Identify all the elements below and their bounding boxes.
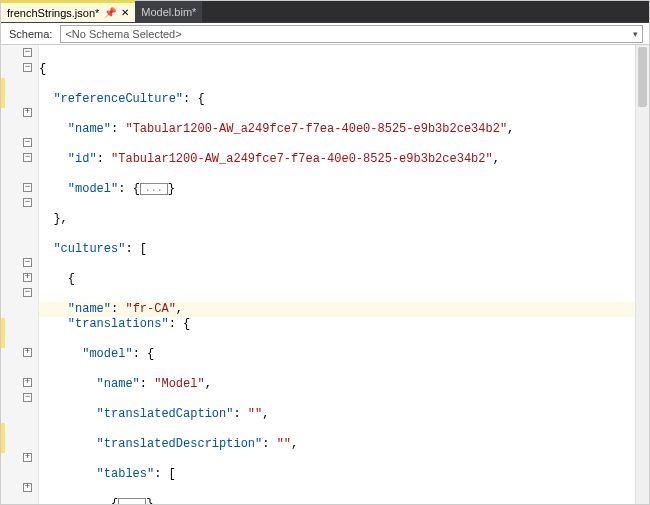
json-key: "model" [68, 182, 118, 196]
code-editor[interactable]: − − + − − − − − + − + + − + + { "referen… [1, 45, 649, 504]
json-key: "translatedCaption" [97, 407, 234, 421]
json-key: "referenceCulture" [53, 92, 183, 106]
fold-toggle[interactable]: − [23, 183, 32, 192]
fold-toggle[interactable]: − [23, 393, 32, 402]
schema-bar: Schema: <No Schema Selected> [1, 23, 649, 45]
json-string: "fr-CA" [125, 302, 175, 316]
change-marker [1, 78, 5, 108]
change-marker [1, 318, 5, 348]
fold-toggle[interactable]: − [23, 63, 32, 72]
json-key: "name" [68, 302, 111, 316]
json-key: "name" [97, 377, 140, 391]
pin-icon[interactable]: 📌 [104, 7, 116, 18]
json-key: "model" [82, 347, 132, 361]
change-marker [1, 423, 5, 453]
fold-toggle[interactable]: − [23, 48, 32, 57]
tab-bar: frenchStrings.json* 📌 ✕ Model.bim* [1, 1, 649, 23]
fold-toggle[interactable]: − [23, 288, 32, 297]
tab-label: Model.bim* [141, 6, 196, 18]
code-content[interactable]: { "referenceCulture": { "name": "Tabular… [39, 45, 649, 504]
fold-toggle[interactable]: + [23, 483, 32, 492]
json-key: "tables" [97, 467, 155, 481]
close-icon[interactable]: ✕ [121, 7, 129, 18]
json-key: "translatedDescription" [97, 437, 263, 451]
fold-toggle[interactable]: − [23, 138, 32, 147]
json-string: "Tabular1200-AW_a249fce7-f7ea-40e0-8525-… [125, 122, 507, 136]
schema-select[interactable]: <No Schema Selected> [60, 25, 643, 43]
fold-toggle[interactable]: + [23, 453, 32, 462]
json-string: "Model" [154, 377, 204, 391]
json-key: "translations" [68, 317, 169, 331]
json-key: "name" [68, 122, 111, 136]
fold-toggle[interactable]: − [23, 198, 32, 207]
fold-ellipsis[interactable]: ... [118, 498, 146, 504]
json-key: "id" [68, 152, 97, 166]
fold-toggle[interactable]: + [23, 378, 32, 387]
fold-ellipsis[interactable]: ... [140, 183, 168, 195]
fold-toggle[interactable]: + [23, 273, 32, 282]
fold-toggle[interactable]: + [23, 108, 32, 117]
tab-frenchstrings[interactable]: frenchStrings.json* 📌 ✕ [1, 1, 135, 22]
schema-value: <No Schema Selected> [65, 28, 181, 40]
tab-modelbim[interactable]: Model.bim* [135, 1, 202, 22]
schema-label: Schema: [1, 28, 60, 40]
json-string: "" [248, 407, 262, 421]
scrollbar-thumb[interactable] [638, 47, 647, 107]
fold-toggle[interactable]: − [23, 258, 32, 267]
tab-label: frenchStrings.json* [7, 7, 99, 19]
gutter: − − + − − − − − + − + + − + + [1, 45, 39, 504]
json-string: "Tabular1200-AW_a249fce7-f7ea-40e0-8525-… [111, 152, 493, 166]
vertical-scrollbar[interactable] [635, 45, 649, 504]
fold-toggle[interactable]: − [23, 153, 32, 162]
json-string: "" [277, 437, 291, 451]
fold-toggle[interactable]: + [23, 348, 32, 357]
json-key: "cultures" [53, 242, 125, 256]
